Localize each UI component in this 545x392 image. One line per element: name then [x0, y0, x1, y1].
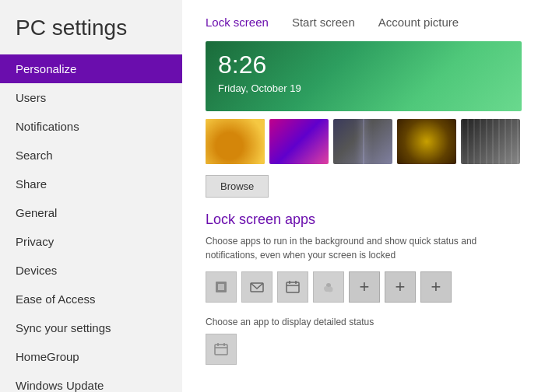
app-icon-mail[interactable]: [241, 271, 272, 303]
sidebar-item-ease-of-access[interactable]: Ease of Access: [0, 285, 182, 313]
tab-lock-screen[interactable]: Lock screen: [206, 16, 269, 30]
app-icons-row: + + +: [206, 271, 522, 303]
browse-button[interactable]: Browse: [206, 175, 269, 198]
svg-rect-3: [287, 282, 299, 292]
sidebar-item-homegroup[interactable]: HomeGroup: [0, 342, 182, 371]
lock-text-block: 8:26 Friday, October 19: [218, 51, 301, 94]
app-icon-add-3[interactable]: +: [420, 271, 452, 303]
main-content: Lock screen Start screen Account picture…: [182, 0, 545, 392]
lock-time: 8:26: [218, 51, 301, 79]
settings-icon: [213, 279, 229, 295]
weather-icon: [321, 279, 336, 295]
detailed-status-icon[interactable]: [206, 334, 237, 365]
sidebar-item-devices[interactable]: Devices: [0, 256, 182, 285]
lock-apps-description: Choose apps to run in the background and…: [206, 234, 522, 262]
thumbnail-2[interactable]: [269, 119, 329, 164]
sidebar-item-general[interactable]: General: [0, 198, 182, 227]
svg-rect-11: [215, 345, 227, 355]
app-icon-calendar[interactable]: [277, 271, 308, 303]
thumbnail-5[interactable]: [461, 119, 520, 164]
detailed-status-label: Choose an app to display detailed status: [206, 317, 522, 327]
sidebar-item-search[interactable]: Search: [0, 141, 182, 170]
sidebar-item-share[interactable]: Share: [0, 170, 182, 198]
thumbnail-1[interactable]: [206, 119, 265, 164]
app-icon-add-1[interactable]: +: [349, 271, 380, 303]
mail-icon: [249, 279, 265, 295]
sidebar: PC settings Personalize Users Notificati…: [0, 0, 182, 392]
svg-rect-10: [325, 289, 332, 292]
sidebar-item-windows-update[interactable]: Windows Update: [0, 371, 182, 392]
tabs: Lock screen Start screen Account picture: [206, 16, 522, 30]
calendar-detail-icon: [213, 341, 229, 357]
svg-rect-1: [218, 284, 224, 290]
sidebar-item-privacy[interactable]: Privacy: [0, 227, 182, 256]
app-icon-settings[interactable]: [206, 271, 237, 303]
sidebar-item-users[interactable]: Users: [0, 83, 182, 112]
sidebar-item-sync-your-settings[interactable]: Sync your settings: [0, 313, 182, 342]
app-icon-weather[interactable]: [313, 271, 344, 303]
tab-account-picture[interactable]: Account picture: [378, 16, 459, 30]
lock-date: Friday, October 19: [218, 82, 301, 94]
calendar-icon: [285, 279, 301, 295]
lock-apps-title: Lock screen apps: [206, 212, 522, 228]
thumbnail-4[interactable]: [397, 119, 456, 164]
tab-start-screen[interactable]: Start screen: [292, 16, 355, 30]
wallpaper-thumbnails: [206, 119, 522, 164]
app-title: PC settings: [0, 16, 182, 54]
app-icon-add-2[interactable]: +: [385, 271, 416, 303]
sidebar-item-personalize[interactable]: Personalize: [0, 54, 182, 83]
lock-screen-preview: 8:26 Friday, October 19: [206, 41, 522, 111]
sidebar-item-notifications[interactable]: Notifications: [0, 112, 182, 141]
thumbnail-3[interactable]: [333, 119, 392, 164]
